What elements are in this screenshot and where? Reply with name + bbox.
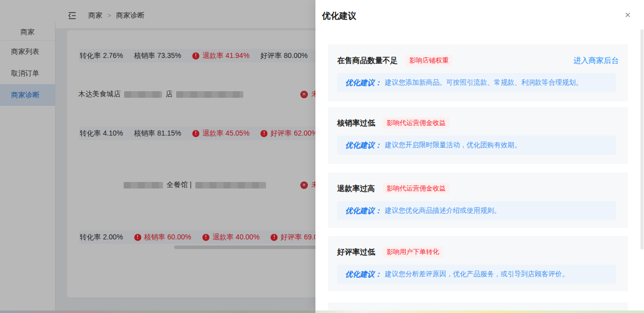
suggestion-label: 优化建议： — [345, 270, 382, 279]
section-title: 退款率过高 — [337, 184, 375, 194]
suggestion-text: 建议您开启限时限量活动，优化团购有效期。 — [385, 141, 521, 150]
suggestion-box: 优化建议：建议您添加新商品。可按照引流款、常规款、利润款等合理规划。 — [337, 73, 616, 92]
section-header: 好评率过低影响用户下单转化 — [328, 236, 628, 258]
suggestion-box: 优化建议：建议您分析差评原因，优化产品服务，或引导到店顾客评价。 — [337, 265, 616, 284]
section-header: 核销率过低影响代运营佣金收益 — [328, 107, 628, 129]
section-header: 退款率过高影响代运营佣金收益 — [328, 172, 628, 194]
drawer-section-1: 核销率过低影响代运营佣金收益优化建议：建议您开启限时限量活动，优化团购有效期。 — [328, 107, 628, 164]
drawer-overlay-mask[interactable] — [0, 0, 315, 313]
drawer-section-0: 在售商品数量不足影响店铺权重进入商家后台优化建议：建议您添加新商品。可按照引流款… — [328, 44, 628, 101]
section-title: 在售商品数量不足 — [337, 56, 398, 66]
section-header: 在售商品数量不足影响店铺权重进入商家后台 — [328, 44, 628, 66]
impact-tag: 影响代运营佣金收益 — [383, 117, 449, 129]
suggestion-label: 优化建议： — [345, 78, 382, 88]
impact-tag: 影响店铺权重 — [406, 55, 452, 66]
impact-tag: 影响用户下单转化 — [383, 246, 443, 258]
optimization-drawer: 优化建议 ✕ 在售商品数量不足影响店铺权重进入商家后台优化建议：建议您添加新商品… — [315, 0, 644, 310]
app-root: 商家 > 商家诊断 商家 商家列表取消订单商家诊断 转化率 2.76%核销率 7… — [0, 0, 644, 313]
drawer-scrollbar-thumb[interactable] — [640, 29, 643, 249]
suggestion-box: 优化建议：建议您优化商品描述介绍或使用规则。 — [337, 201, 616, 220]
drawer-section-partial — [328, 302, 628, 310]
suggestion-label: 优化建议： — [345, 206, 382, 216]
drawer-section-3: 好评率过低影响用户下单转化优化建议：建议您分析差评原因，优化产品服务，或引导到店… — [328, 236, 628, 291]
drawer-title: 优化建议 — [322, 10, 356, 22]
drawer-section-2: 退款率过高影响代运营佣金收益优化建议：建议您优化商品描述介绍或使用规则。 — [328, 172, 628, 228]
section-title: 核销率过低 — [337, 118, 375, 128]
suggestion-text: 建议您添加新商品。可按照引流款、常规款、利润款等合理规划。 — [385, 78, 583, 87]
suggestion-box: 优化建议：建议您开启限时限量活动，优化团购有效期。 — [337, 136, 616, 155]
section-title: 好评率过低 — [337, 247, 375, 257]
close-icon[interactable]: ✕ — [624, 11, 631, 19]
merchant-backend-link[interactable]: 进入商家后台 — [573, 56, 619, 66]
suggestion-text: 建议您分析差评原因，优化产品服务，或引导到店顾客评价。 — [385, 270, 569, 279]
impact-tag: 影响代运营佣金收益 — [383, 183, 449, 194]
suggestion-text: 建议您优化商品描述介绍或使用规则。 — [385, 206, 501, 215]
suggestion-label: 优化建议： — [345, 141, 382, 150]
